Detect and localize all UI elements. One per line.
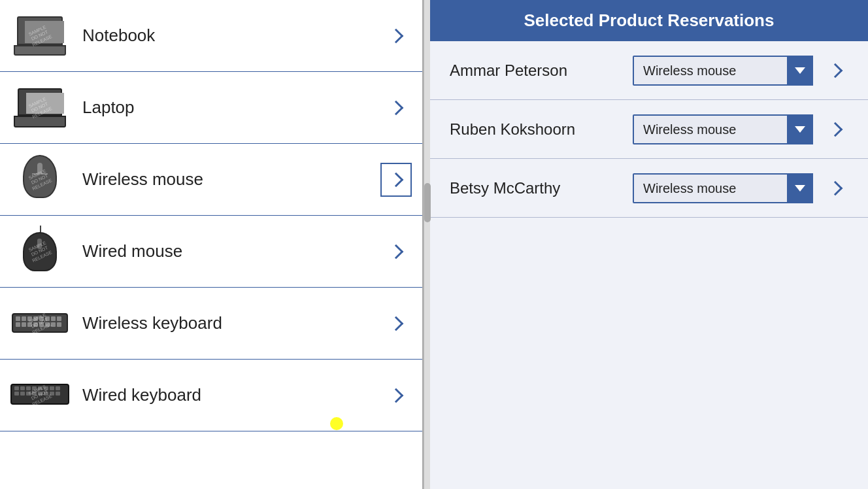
product-item-wired-keyboard[interactable]: SAMPLEDO NOTRELEASE Wired keyboard	[0, 360, 422, 431]
ammar-select-wrap: Wireless mouse Wired mouse Wireless keyb…	[633, 56, 813, 86]
product-name-wireless-mouse: Wireless mouse	[82, 169, 380, 190]
betsy-product-select[interactable]: Wireless mouse Wired mouse Wireless keyb…	[633, 173, 813, 203]
chevron-right-icon	[389, 28, 404, 43]
wired-mouse-chevron[interactable]	[380, 235, 412, 269]
reservation-person-betsy: Betsy McCarthy	[450, 179, 633, 197]
product-item-notebook[interactable]: SAMPLEDO NOTRELEASE Notebook	[0, 0, 422, 72]
chevron-right-icon	[389, 388, 404, 403]
ammar-product-select[interactable]: Wireless mouse Wired mouse Wireless keyb…	[633, 56, 813, 86]
reservation-row-ruben: Ruben Kokshoorn Wireless mouse Wired mou…	[430, 100, 868, 159]
product-list: SAMPLEDO NOTRELEASE Notebook SAMPLEDO NO…	[0, 0, 424, 489]
reservation-row-betsy: Betsy McCarthy Wireless mouse Wired mous…	[430, 159, 868, 218]
chevron-right-icon	[828, 122, 843, 137]
product-name-wired-keyboard: Wired keyboard	[82, 385, 380, 405]
product-item-laptop[interactable]: SAMPLEDO NOTRELEASE Laptop	[0, 72, 422, 144]
ruben-select-wrap: Wireless mouse Wired mouse Wireless keyb…	[633, 114, 813, 144]
chevron-right-icon	[389, 100, 404, 115]
reservation-row-ammar: Ammar Peterson Wireless mouse Wired mous…	[430, 41, 868, 100]
wireless-keyboard-chevron[interactable]	[380, 307, 412, 341]
wired-keyboard-icon: SAMPLEDO NOTRELEASE	[10, 369, 69, 422]
wireless-keyboard-icon: SAMPLEDO NOTRELEASE	[10, 297, 69, 350]
product-name-wireless-keyboard: Wireless keyboard	[82, 313, 380, 333]
product-name-wired-mouse: Wired mouse	[82, 241, 380, 261]
chevron-right-icon	[389, 316, 404, 331]
laptop-chevron[interactable]	[380, 91, 412, 125]
notebook-icon: SAMPLEDO NOTRELEASE	[10, 10, 69, 62]
chevron-right-icon	[389, 172, 404, 187]
reservations-panel: Selected Product Reservations Ammar Pete…	[430, 0, 868, 489]
betsy-select-wrap: Wireless mouse Wired mouse Wireless keyb…	[633, 173, 813, 203]
betsy-row-chevron[interactable]	[822, 175, 848, 201]
chevron-right-icon	[828, 180, 843, 195]
reservation-person-ruben: Ruben Kokshoorn	[450, 120, 633, 139]
chevron-right-icon	[389, 244, 404, 259]
wireless-mouse-chevron[interactable]	[380, 163, 412, 197]
wireless-mouse-icon: SAMPLEDO NOTRELEASE	[10, 154, 69, 206]
ammar-row-chevron[interactable]	[822, 58, 848, 84]
reservation-person-ammar: Ammar Peterson	[450, 61, 633, 80]
reservation-list: Ammar Peterson Wireless mouse Wired mous…	[430, 41, 868, 489]
laptop-icon: SAMPLEDO NOTRELEASE	[10, 82, 69, 134]
reservations-title: Selected Product Reservations	[430, 0, 868, 41]
product-item-wired-mouse[interactable]: SAMPLEDO NOTRELEASE Wired mouse	[0, 216, 422, 288]
notebook-chevron[interactable]	[380, 19, 412, 53]
ruben-row-chevron[interactable]	[822, 116, 848, 143]
chevron-right-icon	[828, 63, 843, 78]
wired-mouse-icon: SAMPLEDO NOTRELEASE	[10, 226, 69, 278]
product-item-wireless-mouse[interactable]: SAMPLEDO NOTRELEASE Wireless mouse	[0, 144, 422, 216]
product-name-laptop: Laptop	[82, 97, 380, 118]
product-item-wireless-keyboard[interactable]: SAMPLEDO NOTRELEASE Wireless keyboard	[0, 288, 422, 360]
ruben-product-select[interactable]: Wireless mouse Wired mouse Wireless keyb…	[633, 114, 813, 144]
product-name-notebook: Notebook	[82, 25, 380, 46]
wired-keyboard-chevron[interactable]	[380, 379, 412, 413]
